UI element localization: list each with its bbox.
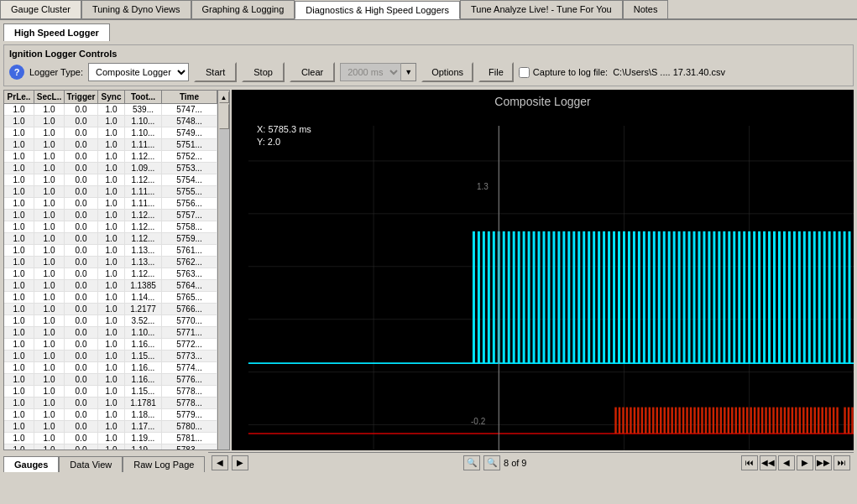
- table-cell: 1.0: [4, 268, 34, 279]
- start-button[interactable]: Start: [194, 62, 237, 82]
- table-row[interactable]: 1.01.00.01.01.15...5773...: [4, 351, 217, 362]
- clear-button[interactable]: Clear: [290, 62, 335, 82]
- scroll-left-btn[interactable]: ◀: [212, 455, 228, 470]
- table-cell: 1.0: [98, 374, 125, 385]
- table-cell: 0.0: [65, 198, 98, 209]
- options-button[interactable]: Options: [421, 62, 473, 82]
- prev-page-btn[interactable]: ◀◀: [760, 455, 776, 470]
- table-cell: 1.0: [34, 292, 65, 303]
- capture-text: Capture to log file:: [533, 67, 608, 77]
- table-row[interactable]: 1.01.00.01.01.11...5751...: [4, 139, 217, 151]
- scroll-right-btn[interactable]: ▶: [232, 455, 248, 470]
- tab-gauge-cluster[interactable]: Gauge Cluster: [0, 0, 81, 18]
- table-row[interactable]: 1.01.00.01.01.12...5754...: [4, 174, 217, 186]
- table-cell: 0.0: [65, 433, 98, 444]
- logger-type-select[interactable]: Composite Logger: [88, 63, 189, 81]
- next-page-btn[interactable]: ▶▶: [815, 455, 832, 470]
- table-cell: 1.0: [4, 444, 34, 450]
- table-row[interactable]: 1.01.00.01.0539...5747...: [4, 104, 217, 116]
- table-row[interactable]: 1.01.00.01.01.10...5771...: [4, 327, 217, 339]
- table-row[interactable]: 1.01.00.01.01.10...5749...: [4, 127, 217, 139]
- table-cell: 1.0: [98, 139, 125, 150]
- table-row[interactable]: 1.01.00.01.01.15...5778...: [4, 386, 217, 397]
- tab-notes[interactable]: Notes: [623, 0, 669, 18]
- scrollbar-thumb[interactable]: [219, 104, 229, 129]
- zoom-out-btn[interactable]: 🔍: [483, 455, 500, 470]
- table-cell: 5757...: [162, 210, 217, 221]
- table-row[interactable]: 1.01.00.01.01.14...5765...: [4, 292, 217, 304]
- table-row[interactable]: 1.01.00.01.01.12...5763...: [4, 268, 217, 280]
- col-header-time: Time: [162, 91, 217, 103]
- table-cell: 1.0: [98, 421, 125, 432]
- table-row[interactable]: 1.01.00.01.01.16...5772...: [4, 339, 217, 351]
- tooltip-y: Y: 2.0: [257, 136, 311, 148]
- table-row[interactable]: 1.01.00.01.01.12...5757...: [4, 210, 217, 221]
- table-cell: 1.0: [4, 221, 34, 232]
- table-row[interactable]: 1.01.00.01.01.13...5762...: [4, 257, 217, 268]
- last-page-btn[interactable]: ⏭: [833, 455, 850, 470]
- stop-button[interactable]: Stop: [242, 62, 285, 82]
- first-page-btn[interactable]: ⏮: [741, 455, 758, 470]
- y-label-neg02: -0.2: [471, 417, 485, 426]
- table-cell: 1.0: [98, 104, 125, 115]
- file-button[interactable]: File: [478, 62, 514, 82]
- scrollbar-track: [219, 104, 229, 450]
- table-cell: 0.0: [65, 210, 98, 221]
- table-row[interactable]: 1.01.00.01.01.17...5780...: [4, 421, 217, 433]
- table-row[interactable]: 1.01.00.01.01.13855764...: [4, 280, 217, 292]
- table-cell: 1.0: [34, 315, 65, 326]
- capture-checkbox[interactable]: [519, 67, 530, 78]
- table-row[interactable]: 1.01.00.01.01.18...5779...: [4, 409, 217, 421]
- help-button[interactable]: ?: [9, 65, 24, 80]
- table-row[interactable]: 1.01.00.01.01.10...5748...: [4, 116, 217, 127]
- table-row[interactable]: 1.01.00.01.01.11...5755...: [4, 186, 217, 198]
- table-row[interactable]: 1.01.00.01.01.12...5759...: [4, 233, 217, 245]
- tab-tune-analyze[interactable]: Tune Analyze Live! - Tune For You: [460, 0, 623, 18]
- table-cell: 1.0: [98, 221, 125, 232]
- table-row[interactable]: 1.01.00.01.01.16...5776...: [4, 374, 217, 386]
- table-cell: 0.0: [65, 127, 98, 138]
- table-cell: 1.12...: [125, 151, 162, 162]
- table-cell: 0.0: [65, 351, 98, 361]
- tab-diagnostics[interactable]: Diagnostics & High Speed Loggers: [295, 1, 460, 19]
- table-row[interactable]: 1.01.00.01.01.19...5781...: [4, 433, 217, 444]
- table-row[interactable]: 1.01.00.01.01.13...5761...: [4, 245, 217, 257]
- table-cell: 1.10...: [125, 327, 162, 338]
- table-row[interactable]: 1.01.00.01.01.09...5753...: [4, 163, 217, 174]
- table-cell: 0.0: [65, 386, 98, 397]
- table-cell: 1.0: [4, 304, 34, 314]
- table-row[interactable]: 1.01.00.01.01.17815778...: [4, 397, 217, 409]
- table-cell: 5759...: [162, 233, 217, 244]
- bottom-tab-raw-log[interactable]: Raw Log Page: [123, 456, 205, 472]
- table-cell: 5780...: [162, 421, 217, 432]
- table-cell: 1.0: [98, 151, 125, 162]
- scrollbar-up-btn[interactable]: ▲: [219, 91, 229, 103]
- time-select[interactable]: 2000 ms: [340, 63, 401, 81]
- table-row[interactable]: 1.01.00.01.01.12...5758...: [4, 221, 217, 233]
- table-row[interactable]: 1.01.00.01.01.21775766...: [4, 304, 217, 315]
- col-header-trigger: Trigger: [65, 91, 98, 103]
- bottom-tab-gauges[interactable]: Gauges: [3, 456, 59, 472]
- table-row[interactable]: 1.01.00.01.01.12...5752...: [4, 151, 217, 163]
- table-cell: 5764...: [162, 280, 217, 291]
- tab-tuning-dyno[interactable]: Tuning & Dyno Views: [81, 0, 191, 18]
- table-cell: 0.0: [65, 280, 98, 291]
- time-select-dropdown-btn[interactable]: ▼: [401, 63, 416, 81]
- table-row[interactable]: 1.01.00.01.01.19...5783...: [4, 444, 217, 450]
- zoom-in-btn[interactable]: 🔍: [463, 455, 480, 470]
- prev-btn[interactable]: ◀: [778, 455, 795, 470]
- capture-label[interactable]: Capture to log file:: [519, 67, 608, 78]
- table-cell: 1.0: [4, 116, 34, 127]
- table-row[interactable]: 1.01.00.01.03.52...5770...: [4, 315, 217, 327]
- tab-graphing-logging[interactable]: Graphing & Logging: [191, 0, 295, 18]
- table-cell: 5752...: [162, 151, 217, 162]
- bottom-tab-data-view[interactable]: Data View: [59, 456, 123, 472]
- table-cell: 5771...: [162, 327, 217, 338]
- table-row[interactable]: 1.01.00.01.01.11...5756...: [4, 198, 217, 210]
- table-cell: 1.0: [4, 257, 34, 268]
- table-row[interactable]: 1.01.00.01.01.16...5774...: [4, 362, 217, 374]
- table-header: PrLe.. SecL.. Trigger Sync Toot... Time: [4, 91, 217, 104]
- sub-tab-high-speed-logger[interactable]: High Speed Logger: [3, 23, 110, 41]
- next-btn[interactable]: ▶: [797, 455, 813, 470]
- table-cell: 1.11...: [125, 186, 162, 197]
